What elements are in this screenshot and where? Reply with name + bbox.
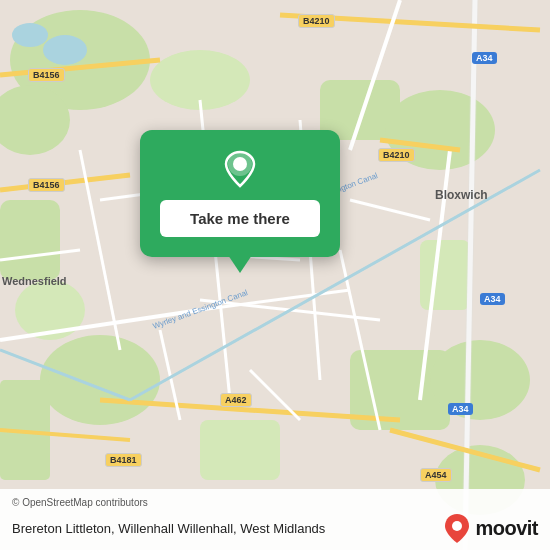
- map-container: B4156 B4156 B4210 B4210 A34 A34 A34 A462…: [0, 0, 550, 550]
- svg-point-44: [233, 157, 247, 171]
- map-svg: [0, 0, 550, 550]
- svg-point-11: [430, 340, 530, 420]
- road-badge-a454: A454: [420, 468, 452, 482]
- place-label-wednesfield: Wednesfield: [2, 275, 67, 287]
- attribution-bar: © OpenStreetMap contributors Brereton Li…: [0, 489, 550, 550]
- moovit-logo: moovit: [443, 512, 538, 544]
- svg-point-15: [43, 35, 87, 65]
- road-badge-b4156-2: B4156: [28, 178, 65, 192]
- place-label-bloxwich: Bloxwich: [435, 188, 488, 202]
- location-info: Brereton Littleton, Willenhall Willenhal…: [12, 512, 538, 544]
- take-me-there-button[interactable]: Take me there: [160, 200, 320, 237]
- svg-point-16: [12, 23, 48, 47]
- svg-rect-10: [200, 420, 280, 480]
- svg-point-9: [40, 335, 160, 425]
- road-badge-b4181: B4181: [105, 453, 142, 467]
- location-pin-icon: [218, 146, 262, 190]
- svg-rect-3: [0, 200, 60, 280]
- road-badge-b4156-1: B4156: [28, 68, 65, 82]
- road-badge-a34-2: A34: [480, 293, 505, 305]
- moovit-logo-text: moovit: [475, 517, 538, 540]
- road-badge-a34-3: A34: [448, 403, 473, 415]
- osm-attribution: © OpenStreetMap contributors: [12, 497, 538, 508]
- location-text: Brereton Littleton, Willenhall Willenhal…: [12, 521, 443, 536]
- road-badge-b4210-2: B4210: [378, 148, 415, 162]
- svg-rect-7: [420, 240, 470, 310]
- road-badge-a462: A462: [220, 393, 252, 407]
- road-badge-b4210-1: B4210: [298, 14, 335, 28]
- moovit-pin-icon: [443, 512, 471, 544]
- svg-point-45: [452, 521, 462, 531]
- popup-card: Take me there: [140, 130, 340, 257]
- road-badge-a34-1: A34: [472, 52, 497, 64]
